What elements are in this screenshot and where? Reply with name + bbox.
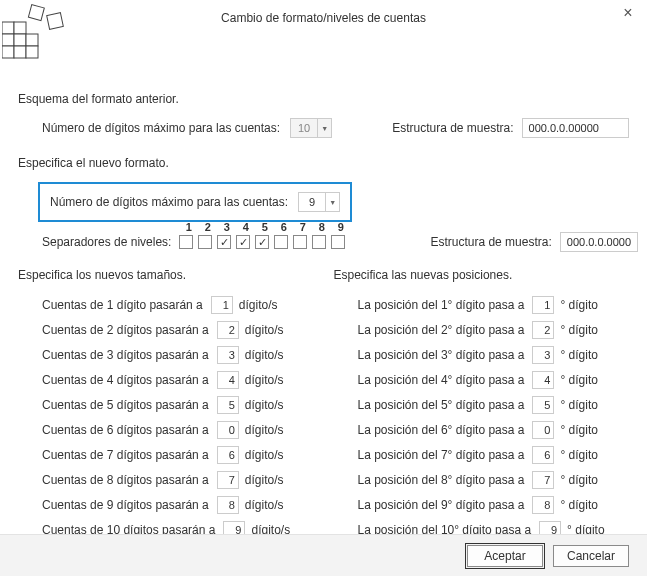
position-label: La posición del 1° dígito pasa a xyxy=(358,298,525,312)
position-input-7[interactable]: 6 xyxy=(532,446,554,464)
size-label: Cuentas de 1 dígito pasarán a xyxy=(42,298,203,312)
app-logo-icon xyxy=(2,4,72,60)
position-suffix: ° dígito xyxy=(560,423,598,437)
chevron-down-icon[interactable]: ▼ xyxy=(325,193,339,211)
position-row: La posición del 9° dígito pasa a8° dígit… xyxy=(334,496,630,514)
size-label: Cuentas de 5 dígitos pasarán a xyxy=(42,398,209,412)
position-suffix: ° dígito xyxy=(560,498,598,512)
size-input-3[interactable]: 3 xyxy=(217,346,239,364)
size-row: Cuentas de 9 dígitos pasarán a8dígito/s xyxy=(18,496,314,514)
size-input-6[interactable]: 0 xyxy=(217,421,239,439)
prev-sample-label: Estructura de muestra: xyxy=(392,121,513,135)
position-suffix: ° dígito xyxy=(560,348,598,362)
position-input-9[interactable]: 8 xyxy=(532,496,554,514)
svg-rect-6 xyxy=(14,46,26,58)
new-digits-combo[interactable]: 9 ▼ xyxy=(298,192,340,212)
size-input-9[interactable]: 8 xyxy=(217,496,239,514)
accept-button[interactable]: Aceptar xyxy=(467,545,543,567)
position-label: La posición del 9° dígito pasa a xyxy=(358,498,525,512)
section-new-format: Especifica el nuevo formato. xyxy=(18,156,629,170)
position-suffix: ° dígito xyxy=(560,473,598,487)
position-label: La posición del 8° dígito pasa a xyxy=(358,473,525,487)
prev-digits-label: Número de dígitos máximo para las cuenta… xyxy=(42,121,280,135)
size-suffix: dígito/s xyxy=(245,423,284,437)
separator-checkbox-5[interactable]: ✓ xyxy=(255,235,269,249)
position-input-6[interactable]: 0 xyxy=(532,421,554,439)
position-row: La posición del 2° dígito pasa a2° dígit… xyxy=(334,321,630,339)
separators-label: Separadores de niveles: xyxy=(42,235,171,249)
position-row: La posición del 3° dígito pasa a3° dígit… xyxy=(334,346,630,364)
svg-rect-5 xyxy=(2,46,14,58)
position-input-4[interactable]: 4 xyxy=(532,371,554,389)
separator-number: 1 xyxy=(179,221,198,233)
size-label: Cuentas de 8 dígitos pasarán a xyxy=(42,473,209,487)
position-label: La posición del 6° dígito pasa a xyxy=(358,423,525,437)
size-row: Cuentas de 4 dígitos pasarán a4dígito/s xyxy=(18,371,314,389)
position-suffix: ° dígito xyxy=(560,298,598,312)
position-input-3[interactable]: 3 xyxy=(532,346,554,364)
size-row: Cuentas de 2 dígitos pasarán a2dígito/s xyxy=(18,321,314,339)
position-row: La posición del 5° dígito pasa a5° dígit… xyxy=(334,396,630,414)
size-label: Cuentas de 4 dígitos pasarán a xyxy=(42,373,209,387)
size-input-2[interactable]: 2 xyxy=(217,321,239,339)
separator-checkbox-2[interactable] xyxy=(198,235,212,249)
size-input-8[interactable]: 7 xyxy=(217,471,239,489)
position-suffix: ° dígito xyxy=(560,448,598,462)
position-input-8[interactable]: 7 xyxy=(532,471,554,489)
size-input-4[interactable]: 4 xyxy=(217,371,239,389)
position-input-2[interactable]: 2 xyxy=(532,321,554,339)
prev-digits-value: 10 xyxy=(291,119,317,137)
new-digits-label: Número de dígitos máximo para las cuenta… xyxy=(50,195,288,209)
svg-rect-3 xyxy=(14,34,26,46)
separator-checkbox-9[interactable] xyxy=(331,235,345,249)
dialog-footer: Aceptar Cancelar xyxy=(0,534,647,576)
position-input-1[interactable]: 1 xyxy=(532,296,554,314)
size-row: Cuentas de 7 dígitos pasarán a6dígito/s xyxy=(18,446,314,464)
separator-number: 8 xyxy=(312,221,331,233)
position-input-5[interactable]: 5 xyxy=(532,396,554,414)
separator-checkbox-3[interactable]: ✓ xyxy=(217,235,231,249)
size-input-7[interactable]: 6 xyxy=(217,446,239,464)
separator-number: 5 xyxy=(255,221,274,233)
svg-rect-0 xyxy=(2,22,14,34)
close-icon[interactable]: × xyxy=(621,6,635,20)
size-suffix: dígito/s xyxy=(245,498,284,512)
position-row: La posición del 6° dígito pasa a0° dígit… xyxy=(334,421,630,439)
separator-checkbox-1[interactable] xyxy=(179,235,193,249)
sizes-heading: Especifica los nuevos tamaños. xyxy=(18,268,314,282)
size-label: Cuentas de 7 dígitos pasarán a xyxy=(42,448,209,462)
position-row: La posición del 4° dígito pasa a4° dígit… xyxy=(334,371,630,389)
separator-checkbox-4[interactable]: ✓ xyxy=(236,235,250,249)
size-row: Cuentas de 5 dígitos pasarán a5dígito/s xyxy=(18,396,314,414)
size-suffix: dígito/s xyxy=(245,448,284,462)
svg-rect-2 xyxy=(2,34,14,46)
new-sample-field: 000.0.0.0000 xyxy=(560,232,638,252)
size-row: Cuentas de 6 dígitos pasarán a0dígito/s xyxy=(18,421,314,439)
size-suffix: dígito/s xyxy=(245,323,284,337)
size-suffix: dígito/s xyxy=(245,373,284,387)
new-sample-label: Estructura de muestra: xyxy=(430,235,551,249)
chevron-down-icon: ▼ xyxy=(317,119,331,137)
svg-rect-8 xyxy=(28,5,44,21)
new-digits-value: 9 xyxy=(299,193,325,211)
size-input-5[interactable]: 5 xyxy=(217,396,239,414)
position-row: La posición del 1° dígito pasa a1° dígit… xyxy=(334,296,630,314)
cancel-button[interactable]: Cancelar xyxy=(553,545,629,567)
section-prev-format: Esquema del formato anterior. xyxy=(18,92,629,106)
separator-number: 7 xyxy=(293,221,312,233)
prev-digits-combo: 10 ▼ xyxy=(290,118,332,138)
size-suffix: dígito/s xyxy=(239,298,278,312)
separator-checkbox-6[interactable] xyxy=(274,235,288,249)
size-label: Cuentas de 3 dígitos pasarán a xyxy=(42,348,209,362)
size-input-1[interactable]: 1 xyxy=(211,296,233,314)
size-row: Cuentas de 3 dígitos pasarán a3dígito/s xyxy=(18,346,314,364)
size-label: Cuentas de 9 dígitos pasarán a xyxy=(42,498,209,512)
separator-number: 3 xyxy=(217,221,236,233)
separator-checkbox-8[interactable] xyxy=(312,235,326,249)
size-suffix: dígito/s xyxy=(245,398,284,412)
new-digits-container: Número de dígitos máximo para las cuenta… xyxy=(38,182,352,222)
separator-checkbox-7[interactable] xyxy=(293,235,307,249)
prev-sample-field: 000.0.0.00000 xyxy=(522,118,629,138)
separator-number: 9 xyxy=(331,221,350,233)
svg-rect-7 xyxy=(26,46,38,58)
